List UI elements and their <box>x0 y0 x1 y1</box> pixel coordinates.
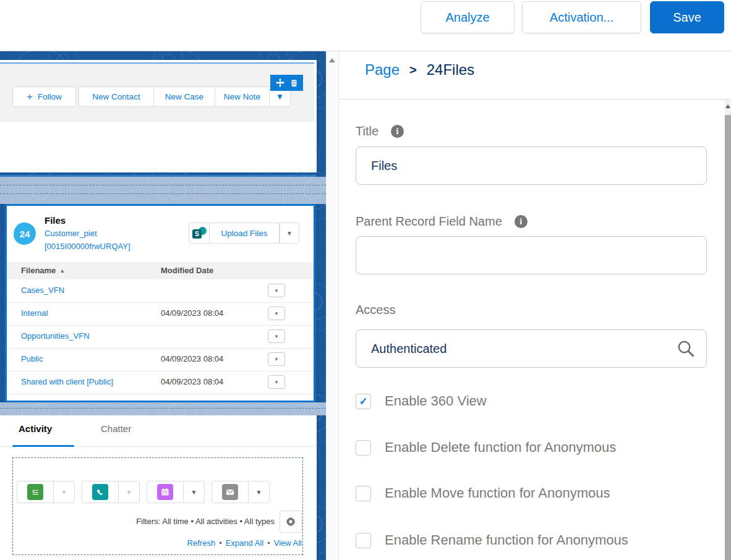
column-modified-date[interactable]: Modified Date <box>161 266 213 275</box>
sharepoint-button[interactable]: S <box>189 223 210 244</box>
save-button[interactable]: Save <box>650 1 724 33</box>
new-contact-button[interactable]: New Contact <box>79 87 154 107</box>
table-row: Public 04/09/2023 08:04 ▼ <box>7 348 314 371</box>
file-link[interactable]: Cases_VFN <box>21 286 64 295</box>
modified-date: 04/09/2023 08:04 <box>161 308 223 318</box>
chevron-down-icon: ▼ <box>61 489 67 496</box>
activity-filters-text: Filters: All time • All activities • All… <box>13 517 275 526</box>
log-call-button[interactable] <box>82 481 119 503</box>
link-separator: • <box>267 538 270 548</box>
tab-chatter[interactable]: Chatter <box>101 423 131 434</box>
event-dropdown[interactable]: ▼ <box>184 481 205 503</box>
link-separator: • <box>219 538 222 548</box>
move-icon[interactable] <box>276 78 284 87</box>
modified-date: 04/09/2023 08:04 <box>161 377 223 386</box>
email-button-group: ▼ <box>212 481 270 503</box>
access-label: Access <box>356 303 395 317</box>
record-link[interactable]: Customer_piet <box>45 229 97 238</box>
tab-activity[interactable]: Activity <box>19 423 52 434</box>
activity-links: Refresh•Expand All•View All <box>13 538 302 548</box>
preview-scrollbar[interactable] <box>326 51 338 560</box>
row-actions-dropdown[interactable]: ▼ <box>268 352 285 366</box>
calendar-icon <box>157 484 173 500</box>
files-24-badge-icon: 24 <box>14 223 36 245</box>
files-table-header: Filename ▲ Modified Date <box>7 262 314 279</box>
chevron-down-icon: ▼ <box>274 380 279 385</box>
follow-label: Follow <box>38 92 62 101</box>
info-icon[interactable]: i <box>515 215 528 228</box>
new-event-button-group: ▼ <box>147 481 205 503</box>
title-input[interactable] <box>356 146 707 185</box>
modified-date: 04/09/2023 08:04 <box>161 354 223 363</box>
log-call-button-group: ▼ <box>82 481 140 503</box>
new-event-button[interactable] <box>147 481 184 503</box>
component-properties-panel: Page > 24Files Title i Parent Record Fie… <box>339 51 731 560</box>
activity-settings-button[interactable] <box>280 511 302 533</box>
new-task-button-group: ▼ <box>17 481 75 503</box>
chevron-down-icon: ▼ <box>191 489 197 496</box>
new-task-button[interactable] <box>17 481 54 503</box>
view-all-link[interactable]: View All <box>274 538 302 548</box>
file-link[interactable]: Internal <box>21 308 48 318</box>
scrollbar-thumb[interactable] <box>725 115 731 560</box>
row-actions-dropdown[interactable]: ▼ <box>268 307 285 320</box>
upload-dropdown-button[interactable]: ▼ <box>280 223 299 244</box>
sort-ascending-icon: ▲ <box>59 268 65 274</box>
gear-icon <box>286 517 296 527</box>
record-headline-component[interactable]: + Follow New Contact New Case New Note ▼ <box>0 60 317 172</box>
access-label-row: Access <box>356 303 395 317</box>
breadcrumb: Page > 24Files <box>365 61 474 78</box>
enable-delete-anonymous-checkbox-row[interactable]: ✓ Enable Delete function for Anonymous <box>356 439 616 456</box>
checkbox[interactable]: ✓ <box>356 486 371 501</box>
chevron-down-icon: ▼ <box>274 357 279 362</box>
file-link[interactable]: Public <box>21 354 43 363</box>
new-case-button[interactable]: New Case <box>154 87 215 107</box>
access-input[interactable] <box>356 329 707 368</box>
sharepoint-icon: S <box>192 227 206 239</box>
new-note-button[interactable]: New Note <box>215 87 270 107</box>
enable-move-anonymous-checkbox-row[interactable]: ✓ Enable Move function for Anonymous <box>356 485 610 501</box>
email-button[interactable] <box>212 481 249 503</box>
follow-button[interactable]: + Follow <box>12 87 76 107</box>
breadcrumb-divider <box>339 99 731 100</box>
enable-rename-anonymous-checkbox-row[interactable]: ✓ Enable Rename function for Anonymous <box>356 532 628 548</box>
analyze-button[interactable]: Analyze <box>421 1 515 33</box>
checkbox[interactable]: ✓ <box>356 440 371 456</box>
active-tab-underline <box>12 445 74 447</box>
table-row: Internal 04/09/2023 08:04 ▼ <box>7 302 314 326</box>
record-id-text: [0015I00000frwURQAY] <box>45 242 130 251</box>
checkbox[interactable]: ✓ <box>356 394 371 409</box>
info-icon[interactable]: i <box>391 125 404 138</box>
file-link[interactable]: Shared with client [Public] <box>21 377 113 386</box>
parent-record-field-input[interactable] <box>356 236 707 274</box>
row-actions-dropdown[interactable]: ▼ <box>268 329 285 343</box>
inspector-scrollbar[interactable] <box>725 100 731 560</box>
file-link[interactable]: Opportunities_VFN <box>21 331 90 341</box>
search-icon[interactable] <box>677 339 695 358</box>
chevron-down-icon: ▼ <box>274 288 279 294</box>
scroll-up-arrow-icon[interactable] <box>329 58 335 62</box>
refresh-link[interactable]: Refresh <box>187 538 216 548</box>
trash-icon[interactable] <box>290 79 298 87</box>
row-actions-dropdown[interactable]: ▼ <box>268 284 285 297</box>
selection-outline-right <box>318 51 318 560</box>
upload-files-button[interactable]: Upload Files <box>210 223 280 244</box>
task-dropdown[interactable]: ▼ <box>54 481 75 503</box>
task-icon <box>27 484 43 500</box>
component-gap <box>0 177 326 204</box>
component-toolbar-overlay <box>270 75 303 91</box>
enable-360-view-checkbox-row[interactable]: ✓ Enable 360 View <box>356 393 487 409</box>
activation-button[interactable]: Activation... <box>522 1 641 33</box>
expand-all-link[interactable]: Expand All <box>226 538 263 548</box>
table-row: Cases_VFN ▼ <box>7 279 314 303</box>
breadcrumb-separator-icon: > <box>409 63 417 77</box>
checkbox[interactable]: ✓ <box>356 533 371 548</box>
breadcrumb-page-link[interactable]: Page <box>365 61 400 78</box>
files-component[interactable]: 24 Files Customer_piet [0015I00000frwURQ… <box>5 204 315 402</box>
row-actions-dropdown[interactable]: ▼ <box>268 375 285 389</box>
column-filename[interactable]: Filename <box>21 266 56 275</box>
email-dropdown[interactable]: ▼ <box>249 481 270 503</box>
title-label: Title <box>356 124 378 138</box>
scroll-up-arrow-icon[interactable] <box>725 104 730 108</box>
log-call-dropdown[interactable]: ▼ <box>119 481 140 503</box>
